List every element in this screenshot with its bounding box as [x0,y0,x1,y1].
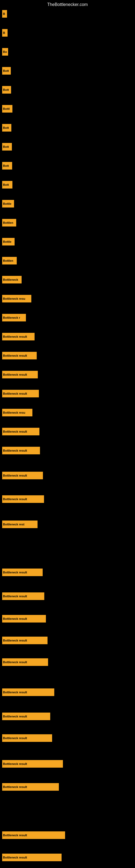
bar-row: Bottleneck r [0,312,135,323]
bar-label: Bottleneck result [3,497,27,501]
bar-label: Bott [3,69,9,72]
bar-label: Bottleneck result [3,392,27,395]
bar-label: Bottlen [3,259,13,262]
bar: B [2,29,8,37]
bar-label: Bottlen [3,221,13,224]
bar: Bottleneck result [2,637,48,644]
bar-row: Bottleneck rest [0,519,135,530]
bar: Bottleneck result [2,783,59,791]
bar-label: Bottleneck result [3,354,27,357]
bar-label: Bottleneck resu [3,411,26,414]
bar-row: Bott [0,141,135,152]
bar-row: Bottleneck result [0,445,135,456]
bar-label: Bott [3,145,9,148]
bar: Bott [2,181,12,188]
bar: Bottleneck result [2,831,65,839]
bar-label: Bottleneck result [3,595,27,598]
bar: Bottleneck resu [2,409,32,416]
bar: Bottle [2,200,14,208]
bar-row: Bottleneck result [0,711,135,722]
bar-row: Bottleneck result [0,369,135,380]
bar-row: Bottlen [0,217,135,228]
bar-label: Bott [3,88,9,91]
bar-label: Bottleneck result [3,639,27,642]
bar: Bottleneck result [2,760,63,768]
bar: Bottleneck rest [2,521,38,528]
bar-label: Bottleneck resu [3,297,26,300]
bar-label: Bottl [3,107,10,111]
bar: Bott [2,67,11,74]
bar: Bottlen [2,219,16,226]
bar: Bottleneck result [2,615,46,622]
bar: Bottleneck result [2,371,38,378]
bar-row: Bottleneck result [0,331,135,342]
bar-row: Bottleneck result [0,493,135,505]
bar: Bottle [2,238,14,246]
bar: Bottleneck result [2,390,39,397]
bar: Bottleneck result [2,495,44,503]
bar-label: Bottleneck result [3,856,27,859]
bar-label: Bott [3,164,9,167]
bar-row: Bottl [0,103,135,115]
bar: Bottleneck result [2,734,52,742]
bar-row: Bottleneck result [0,733,135,744]
bar: Bottl [2,105,12,113]
bars-container: BBBoBottBottBottlBottBottBottBottBottleB… [0,8,135,865]
bar: Bottleneck result [2,472,43,479]
bar-row: Bottle [0,236,135,247]
bar-label: Bottleneck result [3,785,27,788]
bar: Bottleneck result [2,713,50,720]
bar-row: Bottleneck [0,274,135,285]
bar: Bott [2,162,12,169]
bar-row: Bott [0,84,135,95]
bar: Bottleneck result [2,428,39,435]
bar-label: Bottleneck result [3,617,27,620]
bar-label: Bottleneck r [3,316,20,319]
bar-label: Bottleneck result [3,335,27,338]
bar-label: Bottleneck rest [3,523,24,526]
bar: Bottleneck r [2,314,26,321]
bar-row: Bottleneck result [0,470,135,481]
bar-row: Bottleneck result [0,781,135,793]
bar-row: Bott [0,65,135,76]
bar-label: Bottleneck result [3,430,27,433]
bar-label: Bottle [3,202,11,205]
bar: Bottleneck [2,276,21,283]
bar-label: Bott [3,183,9,186]
bar-label: Bottleneck result [3,834,27,837]
bar: Bottleneck result [2,333,35,340]
bar-row: Bottleneck result [0,426,135,437]
bar-label: Bottleneck result [3,737,27,740]
bar-label: Bottleneck [3,278,18,281]
bar-row: B [0,8,135,20]
bar-row: Bottleneck result [0,758,135,770]
bar: Bottleneck result [2,658,48,666]
bar-row: Bottleneck result [0,656,135,668]
bar-row: Bottleneck resu [0,407,135,418]
bar: Bottleneck result [2,854,61,861]
bar-row: Bottleneck result [0,635,135,646]
bar-row: Bottle [0,198,135,209]
bar: Bott [2,143,12,151]
bar-row: Bottleneck result [0,350,135,361]
bar-label: B [3,12,5,16]
bar-row: Bottleneck result [0,852,135,863]
bar: Bott [2,124,11,131]
bar-label: Bottleneck result [3,449,27,452]
bar-row: Bottleneck result [0,830,135,841]
bar: Bottleneck result [2,688,54,696]
bar-row: Bott [0,160,135,172]
bar-label: Bottleneck result [3,691,27,694]
bar-label: Bottleneck result [3,762,27,766]
bar-label: Bottle [3,240,11,243]
site-title: TheBottlenecker.com [0,0,135,8]
bar-row: Bott [0,122,135,133]
bar-row: Bottleneck result [0,388,135,399]
bar-row: Bottleneck result [0,686,135,698]
bar-row: Bottleneck result [0,590,135,602]
bar-label: Bottleneck result [3,571,27,574]
bar: Bottleneck result [2,592,44,600]
bar-label: Bo [3,50,7,54]
bar: Bottleneck result [2,447,40,454]
bar: Bo [2,48,8,56]
